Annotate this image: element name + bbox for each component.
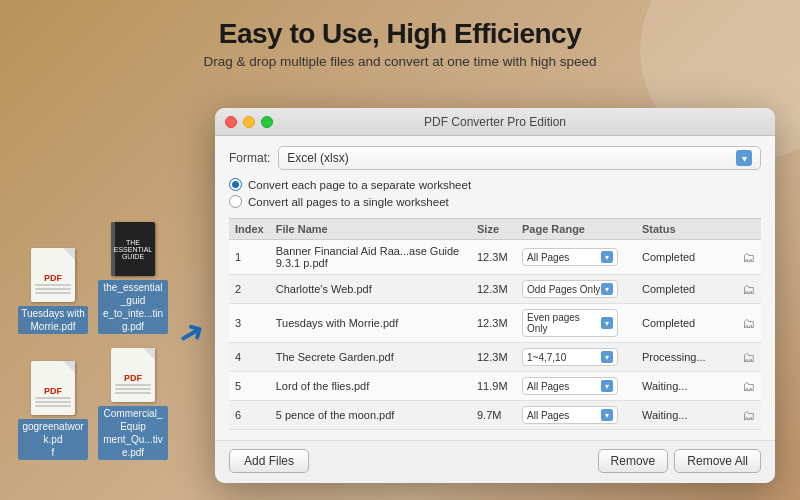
col-index: Index — [229, 219, 270, 240]
cell-index: 5 — [229, 372, 270, 401]
range-chevron-icon: ▾ — [601, 317, 613, 329]
book-cover-text: THEESSENTIALGUIDE — [112, 237, 155, 262]
cell-size: 12.3M — [471, 240, 516, 275]
remove-button[interactable]: Remove — [598, 449, 669, 473]
table-header-row: Index File Name Size Page Range Status — [229, 219, 761, 240]
book-shape: THEESSENTIALGUIDE — [111, 222, 155, 276]
table-row: 1 Banner Financial Aid Raa...ase Guide 9… — [229, 240, 761, 275]
desktop-icon-label-commercial: Commercial_Equipment_Qu...tive.pdf — [98, 406, 168, 460]
format-label: Format: — [229, 151, 270, 165]
folder-icon[interactable]: 🗂 — [742, 316, 755, 331]
desktop-file-gogreen[interactable]: PDF gogreenatwork.pdf — [18, 359, 88, 460]
cell-size: 12.3M — [471, 304, 516, 343]
cell-filename: 5 pence of the moon.pdf — [270, 401, 471, 430]
cell-status: Waiting... — [636, 372, 736, 401]
page-range-select-2[interactable]: Even pages Only ▾ — [522, 309, 618, 337]
table-row: 5 Lord of the flies.pdf 11.9M All Pages … — [229, 372, 761, 401]
col-pagerange: Page Range — [516, 219, 636, 240]
cell-pagerange: Odd Pages Only ▾ — [516, 275, 636, 304]
cell-status: Completed — [636, 240, 736, 275]
desktop-file-essential[interactable]: THEESSENTIALGUIDE the_essential_guide_to… — [98, 220, 168, 334]
col-filename: File Name — [270, 219, 471, 240]
cell-status: Completed — [636, 304, 736, 343]
radio-item-2[interactable]: Convert all pages to a single worksheet — [229, 195, 761, 208]
window-title: PDF Converter Pro Edition — [424, 115, 566, 129]
file-icon-img: PDF — [107, 346, 159, 404]
col-status: Status — [636, 219, 736, 240]
cell-pagerange: All Pages ▾ — [516, 240, 636, 275]
cell-size: 12.3M — [471, 275, 516, 304]
table-row: 4 The Secrete Garden.pdf 12.3M 1~4,7,10 … — [229, 343, 761, 372]
cell-status: Processing... — [636, 343, 736, 372]
range-chevron-icon: ▾ — [601, 380, 613, 392]
cell-filename: The Secrete Garden.pdf — [270, 343, 471, 372]
folder-icon[interactable]: 🗂 — [742, 408, 755, 423]
radio-label-2: Convert all pages to a single worksheet — [248, 196, 449, 208]
table-row: 3 Tuesdays with Morrie.pdf 12.3M Even pa… — [229, 304, 761, 343]
format-chevron-icon: ▾ — [736, 150, 752, 166]
add-files-button[interactable]: Add Files — [229, 449, 309, 473]
close-button[interactable] — [225, 116, 237, 128]
window-body: Format: Excel (xlsx) ▾ Convert each page… — [215, 136, 775, 440]
remove-all-button[interactable]: Remove All — [674, 449, 761, 473]
page-range-select-1[interactable]: Odd Pages Only ▾ — [522, 280, 618, 298]
desktop-file-commercial[interactable]: PDF Commercial_Equipment_Qu...tive.pdf — [98, 346, 168, 460]
cell-pagerange: All Pages ▾ — [516, 372, 636, 401]
cell-index: 2 — [229, 275, 270, 304]
radio-item-1[interactable]: Convert each page to a separate workshee… — [229, 178, 761, 191]
pdf-badge: PDF — [44, 273, 62, 283]
range-chevron-icon: ▾ — [601, 283, 613, 295]
desktop: Easy to Use, High Efficiency Drag & drop… — [0, 0, 800, 500]
header-area: Easy to Use, High Efficiency Drag & drop… — [0, 18, 800, 69]
col-size: Size — [471, 219, 516, 240]
cell-pagerange: 1~4,7,10 ▾ — [516, 343, 636, 372]
cell-filename: Tuesdays with Morrie.pdf — [270, 304, 471, 343]
page-range-select-4[interactable]: All Pages ▾ — [522, 377, 618, 395]
cell-folder: 🗂 — [736, 304, 761, 343]
button-group: Remove Remove All — [598, 449, 761, 473]
traffic-lights — [225, 116, 273, 128]
cell-filename: Lord of the flies.pdf — [270, 372, 471, 401]
folder-icon[interactable]: 🗂 — [742, 350, 755, 365]
cell-folder: 🗂 — [736, 275, 761, 304]
cell-index: 3 — [229, 304, 270, 343]
folder-icon[interactable]: 🗂 — [742, 250, 755, 265]
format-value: Excel (xlsx) — [287, 151, 348, 165]
page-range-value: All Pages — [527, 381, 569, 392]
desktop-file-morrie[interactable]: PDF Tuesdays withMorrie.pdf — [18, 246, 88, 334]
page-range-select-3[interactable]: 1~4,7,10 ▾ — [522, 348, 618, 366]
pdf-shape: PDF — [111, 348, 155, 402]
cell-index: 6 — [229, 401, 270, 430]
pdf-lines — [35, 397, 71, 409]
page-range-value: Even pages Only — [527, 312, 601, 334]
cell-index: 1 — [229, 240, 270, 275]
page-range-value: All Pages — [527, 252, 569, 263]
range-chevron-icon: ▾ — [601, 251, 613, 263]
cell-size: 12.3M — [471, 343, 516, 372]
radio-circle-1 — [229, 178, 242, 191]
desktop-icon-label-morrie: Tuesdays withMorrie.pdf — [18, 306, 88, 334]
format-select[interactable]: Excel (xlsx) ▾ — [278, 146, 761, 170]
minimize-button[interactable] — [243, 116, 255, 128]
page-range-select-5[interactable]: All Pages ▾ — [522, 406, 618, 424]
cell-size: 11.9M — [471, 372, 516, 401]
format-row: Format: Excel (xlsx) ▾ — [229, 146, 761, 170]
cell-status: Waiting... — [636, 401, 736, 430]
icon-row-2: PDF gogreenatwork.pdf PDF — [18, 346, 168, 460]
table-body: 1 Banner Financial Aid Raa...ase Guide 9… — [229, 240, 761, 430]
cell-filename: Charlotte's Web.pdf — [270, 275, 471, 304]
cell-index: 4 — [229, 343, 270, 372]
cell-pagerange: All Pages ▾ — [516, 401, 636, 430]
radio-circle-2 — [229, 195, 242, 208]
file-table: Index File Name Size Page Range Status 1… — [229, 218, 761, 430]
cell-folder: 🗂 — [736, 401, 761, 430]
folder-icon[interactable]: 🗂 — [742, 282, 755, 297]
folder-icon[interactable]: 🗂 — [742, 379, 755, 394]
range-chevron-icon: ▾ — [601, 351, 613, 363]
maximize-button[interactable] — [261, 116, 273, 128]
table-row: 6 5 pence of the moon.pdf 9.7M All Pages… — [229, 401, 761, 430]
page-range-select-0[interactable]: All Pages ▾ — [522, 248, 618, 266]
pdf-lines — [35, 284, 71, 296]
desktop-icons: PDF Tuesdays withMorrie.pdf THEESSENTIAL… — [18, 220, 168, 460]
drag-arrow: ➜ — [170, 310, 212, 356]
